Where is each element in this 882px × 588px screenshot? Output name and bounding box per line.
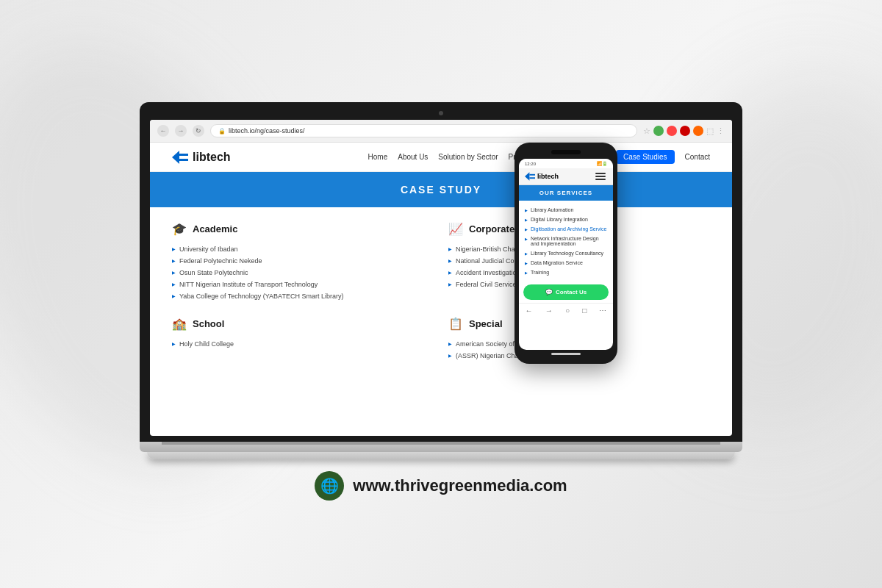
site-logo: libtech — [172, 151, 231, 164]
special-icon: 📋 — [448, 317, 463, 331]
phone-logo: libtech — [525, 172, 559, 181]
svg-marker-3 — [525, 172, 529, 180]
list-item: NITT Nigerian Institute of Transport Tec… — [172, 279, 434, 290]
logo-text: libtech — [193, 151, 231, 164]
svg-rect-5 — [529, 177, 535, 179]
nav-home[interactable]: Home — [368, 153, 388, 161]
laptop-bottom — [147, 452, 735, 459]
browser-forward-button[interactable]: → — [175, 125, 187, 137]
star-icon[interactable]: ☆ — [643, 126, 650, 136]
phone-service-item: Library Technology Consultancy — [525, 248, 607, 258]
phone-service-item: Data Migration Service — [525, 258, 607, 268]
browser-icon-3 — [680, 126, 690, 136]
website-content: libtech Home About Us Solution by Sector… — [150, 143, 732, 429]
section-academic-title: 🎓 Academic — [172, 222, 434, 236]
phone-contact-button[interactable]: 💬 Contact Us — [523, 284, 609, 300]
devices-container: ← → ↻ 🔒 libtech.io/ng/case-studies/ ☆ — [140, 87, 742, 459]
bottom-url-text: www.thrivegreenmedia.com — [353, 476, 567, 495]
school-label: School — [193, 318, 224, 329]
laptop-frame: ← → ↻ 🔒 libtech.io/ng/case-studies/ ☆ — [140, 102, 742, 442]
phone-service-item: Library Automation — [525, 205, 607, 215]
browser-icons: ☆ ⬚ ⋮ — [643, 126, 725, 136]
browser-url-bar[interactable]: 🔒 libtech.io/ng/case-studies/ — [210, 124, 637, 137]
browser-url-text: libtech.io/ng/case-studies/ — [229, 127, 305, 135]
list-item: Federal Polytechnic Nekede — [172, 255, 434, 267]
laptop: ← → ↻ 🔒 libtech.io/ng/case-studies/ ☆ — [140, 102, 742, 459]
section-academic: 🎓 Academic University of Ibadan Federal … — [172, 222, 434, 302]
nav-case-studies[interactable]: Case Studies — [616, 150, 674, 164]
academic-list: University of Ibadan Federal Polytechnic… — [172, 243, 434, 302]
section-school-title: 🏫 School — [172, 317, 434, 331]
phone-back-icon[interactable]: ← — [526, 306, 533, 315]
phone-bottom-nav: ← → ○ □ ⋯ — [519, 303, 613, 318]
extensions-icon[interactable]: ⬚ — [706, 126, 714, 136]
phone-notch — [551, 150, 581, 154]
globe-icon: 🌐 — [315, 471, 344, 501]
laptop-camera — [439, 111, 443, 115]
laptop-hinge — [162, 442, 720, 445]
special-label: Special — [469, 318, 503, 329]
phone-frame: 12:20 📶🔋 libtech — [514, 143, 617, 364]
academic-icon: 🎓 — [172, 222, 187, 236]
phone-service-item: Training — [525, 268, 607, 277]
browser-reload-button[interactable]: ↻ — [193, 125, 204, 137]
browser-icon-4 — [693, 126, 703, 136]
globe-emoji: 🌐 — [320, 477, 339, 495]
phone-nav-bar: libtech — [519, 168, 613, 185]
corporate-icon: 📈 — [448, 222, 463, 236]
phone-services-banner: OUR SERVICES — [519, 185, 613, 201]
svg-rect-4 — [529, 174, 535, 176]
nav-about[interactable]: About Us — [398, 153, 428, 161]
phone-forward-icon[interactable]: → — [545, 306, 553, 315]
list-item: Holy Child College — [172, 338, 434, 350]
laptop-base — [140, 442, 742, 452]
school-icon: 🏫 — [172, 317, 187, 331]
phone-services-list: Library Automation Digital Library Integ… — [519, 201, 613, 282]
browser-back-button[interactable]: ← — [157, 125, 169, 137]
whatsapp-icon: 💬 — [545, 289, 553, 295]
academic-label: Academic — [193, 223, 237, 234]
section-school: 🏫 School Holy Child College — [172, 317, 434, 362]
phone-service-item: Digital Library Integration — [525, 215, 607, 224]
phone-more-icon[interactable]: ⋯ — [599, 306, 606, 315]
phone-logo-text: libtech — [537, 173, 559, 180]
phone-service-item: Network Infrastructure Design and Implem… — [525, 234, 607, 248]
phone-home-icon[interactable]: ○ — [565, 306, 570, 315]
phone-logo-icon — [525, 172, 535, 181]
menu-icon[interactable]: ⋮ — [717, 126, 725, 136]
hamburger-menu-button[interactable] — [594, 171, 607, 182]
contact-btn-label: Contact Us — [556, 289, 587, 295]
phone-status-bar: 12:20 📶🔋 — [519, 159, 613, 168]
phone-signal-icons: 📶🔋 — [597, 161, 607, 166]
phone-home-bar — [551, 353, 581, 355]
list-item: Yaba College of Technology (YABATECH Sma… — [172, 290, 434, 302]
nav-contact[interactable]: Contact — [685, 153, 710, 161]
phone-recent-icon[interactable]: □ — [582, 306, 587, 315]
svg-rect-1 — [179, 154, 188, 156]
bottom-url-bar: 🌐 www.thrivegreenmedia.com — [315, 471, 567, 501]
nav-solution[interactable]: Solution by Sector — [438, 153, 498, 161]
browser-icon-2 — [667, 126, 677, 136]
laptop-screen: ← → ↻ 🔒 libtech.io/ng/case-studies/ ☆ — [150, 120, 732, 436]
phone: 12:20 📶🔋 libtech — [514, 143, 617, 364]
phone-time: 12:20 — [525, 162, 536, 166]
list-item: Osun State Polytechnic — [172, 267, 434, 279]
phone-service-item-highlighted: Digitisation and Archiving Service — [525, 224, 607, 234]
case-content: 🎓 Academic University of Ibadan Federal … — [150, 207, 732, 376]
case-study-banner: CASE STUDY — [150, 172, 732, 207]
svg-rect-2 — [179, 159, 188, 161]
school-list: Holy Child College — [172, 338, 434, 350]
scene-container: ← → ↻ 🔒 libtech.io/ng/case-studies/ ☆ — [0, 0, 882, 588]
browser-icon-1 — [653, 126, 664, 136]
svg-marker-0 — [172, 151, 179, 164]
site-nav: libtech Home About Us Solution by Sector… — [150, 143, 732, 172]
phone-screen: 12:20 📶🔋 libtech — [519, 159, 613, 350]
list-item: University of Ibadan — [172, 243, 434, 255]
logo-icon — [172, 151, 188, 164]
browser-bar: ← → ↻ 🔒 libtech.io/ng/case-studies/ ☆ — [150, 120, 732, 143]
